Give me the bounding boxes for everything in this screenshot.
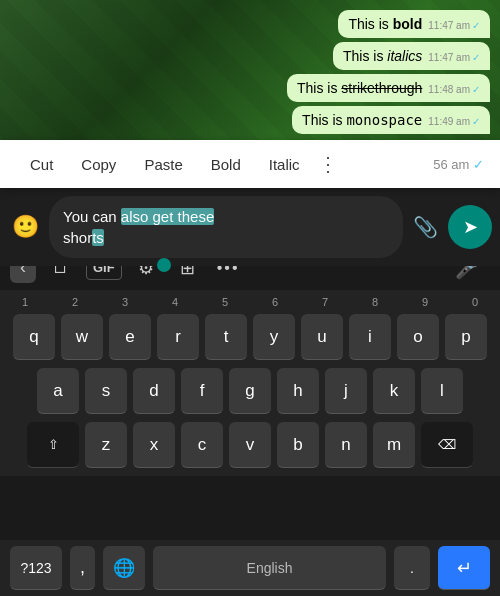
- key-g[interactable]: g: [229, 368, 271, 414]
- backspace-icon: ⌫: [438, 437, 456, 452]
- message-bubble-1: This is bold 11:47 am ✓: [338, 10, 490, 38]
- message-time-4: 11:49 am ✓: [428, 116, 480, 127]
- context-menu: Cut Copy Paste Bold Italic ⋮ 56 am ✓: [0, 140, 500, 188]
- key-m[interactable]: m: [373, 422, 415, 468]
- key-n[interactable]: n: [325, 422, 367, 468]
- emoji-key[interactable]: ,: [70, 546, 95, 590]
- backspace-key[interactable]: ⌫: [421, 422, 473, 468]
- spacebar-key[interactable]: English: [153, 546, 386, 590]
- num-3: 3: [102, 296, 148, 308]
- paste-button[interactable]: Paste: [130, 156, 196, 173]
- text-shorts: shorts: [63, 229, 104, 246]
- text-cursor-handle[interactable]: [157, 258, 171, 272]
- num-4: 4: [152, 296, 198, 308]
- text-input-content: You can also get these shorts: [63, 206, 214, 248]
- partial-time: 56 am ✓: [433, 157, 484, 172]
- key-y[interactable]: y: [253, 314, 295, 360]
- key-f[interactable]: f: [181, 368, 223, 414]
- num-6: 6: [252, 296, 298, 308]
- key-d[interactable]: d: [133, 368, 175, 414]
- key-s[interactable]: s: [85, 368, 127, 414]
- key-w[interactable]: w: [61, 314, 103, 360]
- keyboard: 1 2 3 4 5 6 7 8 9 0 q w e r t y u i o p …: [0, 290, 500, 476]
- key-v[interactable]: v: [229, 422, 271, 468]
- num-8: 8: [352, 296, 398, 308]
- message-text-2: This is italics: [343, 48, 422, 64]
- text-ts-highlighted: ts: [92, 229, 104, 246]
- key-p[interactable]: p: [445, 314, 487, 360]
- bold-button[interactable]: Bold: [197, 156, 255, 173]
- message-text-4: This is monospace: [302, 112, 422, 128]
- key-q[interactable]: q: [13, 314, 55, 360]
- message-text-1: This is bold: [348, 16, 422, 32]
- message-bubble-2: This is italics 11:47 am ✓: [333, 42, 490, 70]
- message-time-3: 11:48 am ✓: [428, 84, 480, 95]
- spacebar-label: English: [247, 560, 293, 576]
- number-row: 1 2 3 4 5 6 7 8 9 0: [0, 294, 500, 310]
- emoji-button[interactable]: 🙂: [8, 210, 43, 244]
- message-bubble-4: This is monospace 11:49 am ✓: [292, 106, 490, 134]
- text-highlighted: also get these: [121, 208, 214, 225]
- messages-container: This is bold 11:47 am ✓ This is italics …: [0, 0, 500, 134]
- key-x[interactable]: x: [133, 422, 175, 468]
- attachment-button[interactable]: 📎: [409, 211, 442, 243]
- key-row-2: a s d f g h j k l: [0, 368, 500, 414]
- key-i[interactable]: i: [349, 314, 391, 360]
- language-key[interactable]: 🌐: [103, 546, 145, 590]
- copy-button[interactable]: Copy: [67, 156, 130, 173]
- message-text-3: This is strikethrough: [297, 80, 422, 96]
- send-icon: ➤: [463, 216, 478, 238]
- shift-icon: ⇧: [48, 437, 59, 452]
- more-options-button[interactable]: ⋮: [318, 152, 338, 176]
- num-1: 1: [2, 296, 48, 308]
- period-label: .: [410, 560, 414, 576]
- enter-icon: ↵: [457, 557, 472, 579]
- text-before-highlight: You can: [63, 208, 121, 225]
- key-row-3: ⇧ z x c v b n m ⌫: [0, 422, 500, 468]
- enter-key[interactable]: ↵: [438, 546, 490, 590]
- input-area: 🙂 You can also get these shorts 📎 ➤: [0, 188, 500, 266]
- key-row-1: q w e r t y u i o p: [0, 314, 500, 360]
- key-k[interactable]: k: [373, 368, 415, 414]
- key-e[interactable]: e: [109, 314, 151, 360]
- message-time-1: 11:47 am ✓: [428, 20, 480, 31]
- key-l[interactable]: l: [421, 368, 463, 414]
- italic-button[interactable]: Italic: [255, 156, 314, 173]
- send-button[interactable]: ➤: [448, 205, 492, 249]
- period-key[interactable]: .: [394, 546, 430, 590]
- globe-icon: 🌐: [113, 557, 135, 579]
- key-r[interactable]: r: [157, 314, 199, 360]
- key-t[interactable]: t: [205, 314, 247, 360]
- key-u[interactable]: u: [301, 314, 343, 360]
- cut-button[interactable]: Cut: [16, 156, 67, 173]
- num-5: 5: [202, 296, 248, 308]
- num-0: 0: [452, 296, 498, 308]
- bottom-bar: ?123 , 🌐 English . ↵: [0, 540, 500, 596]
- key-h[interactable]: h: [277, 368, 319, 414]
- num123-key[interactable]: ?123: [10, 546, 62, 590]
- num-9: 9: [402, 296, 448, 308]
- key-z[interactable]: z: [85, 422, 127, 468]
- shift-key[interactable]: ⇧: [27, 422, 79, 468]
- key-o[interactable]: o: [397, 314, 439, 360]
- message-bubble-3: This is strikethrough 11:48 am ✓: [287, 74, 490, 102]
- num-2: 2: [52, 296, 98, 308]
- key-c[interactable]: c: [181, 422, 223, 468]
- text-input-container[interactable]: You can also get these shorts: [49, 196, 403, 258]
- key-a[interactable]: a: [37, 368, 79, 414]
- num-7: 7: [302, 296, 348, 308]
- smiley-icon: ,: [80, 557, 85, 578]
- num123-label: ?123: [20, 560, 51, 576]
- key-j[interactable]: j: [325, 368, 367, 414]
- key-b[interactable]: b: [277, 422, 319, 468]
- message-time-2: 11:47 am ✓: [428, 52, 480, 63]
